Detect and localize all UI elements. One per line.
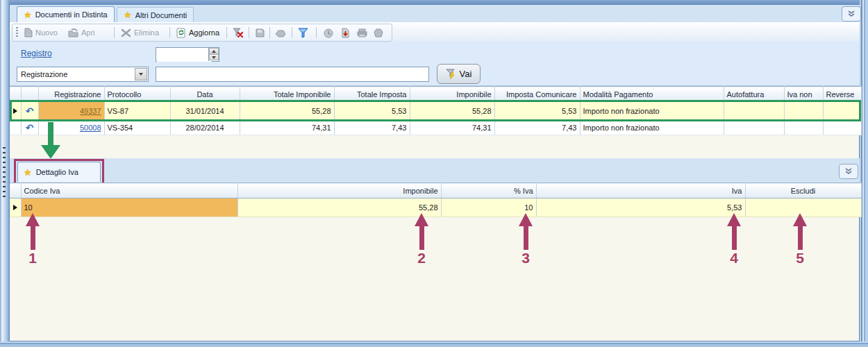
registrazione-link[interactable]: 50008 [80,124,101,132]
clock-button[interactable] [322,27,335,39]
column-header[interactable]: Iva [536,183,745,198]
column-header[interactable]: % Iva [441,183,536,198]
totale-imponibile-cell[interactable]: 74,31 [240,121,334,135]
totale-imposta-cell[interactable]: 7,43 [334,121,410,135]
reverse-cell[interactable] [823,121,861,135]
iva-non-cell[interactable] [784,121,823,135]
column-header[interactable]: Totale Imposta [334,87,410,102]
row-indicator-header[interactable] [10,183,21,198]
apri-button[interactable]: Apri [65,26,98,40]
spinner-up-icon[interactable] [209,48,219,54]
modalita-pagamento-cell[interactable]: Importo non frazionato [580,102,724,121]
star-icon: ★ [24,10,32,19]
column-header[interactable]: Iva non [784,87,823,102]
column-header[interactable]: Reverse [823,87,861,102]
annotation-arrow-2 [412,213,431,250]
imposta-comunicare-cell[interactable]: 7,43 [494,121,580,135]
delete-x-icon [121,28,131,37]
nuovo-button[interactable]: Nuovo [21,26,60,40]
posted-column-header[interactable] [21,87,38,102]
registro-spinner-input[interactable] [157,49,211,62]
remove-filter-button[interactable] [232,27,244,39]
column-header[interactable]: Data [170,87,240,102]
annotation-arrow-1 [24,213,42,250]
remove-filter-icon [233,28,244,38]
imposta-comunicare-cell[interactable]: 5,53 [494,102,580,121]
autofattura-cell[interactable] [724,121,784,135]
data-cell[interactable]: 31/01/2014 [170,102,240,121]
tab-altri-documenti[interactable]: ★ Altri Documenti [117,7,194,22]
imponibile-cell[interactable]: 74,31 [410,121,494,135]
column-header[interactable]: Registrazione [38,87,104,102]
toolbar-separator [292,27,292,38]
column-header[interactable]: Imponibile [237,183,441,198]
stamp-icon [374,28,383,38]
registrazione-link[interactable]: 49337 [80,107,101,115]
export-document-button[interactable] [339,27,351,39]
splitter-grip-icon[interactable] [3,147,6,200]
open-folder-icon [68,28,78,37]
column-header[interactable]: Protocollo [104,87,170,102]
tab-documenti-in-distinta[interactable]: ★ Documenti in Distinta [17,6,115,22]
toolbar-separator [114,27,115,38]
toolbar-grip-icon[interactable] [16,27,18,38]
search-mode-select[interactable]: Registrazione [17,67,149,82]
filter-icon [298,28,308,38]
imponibile-cell[interactable]: 55,28 [410,102,494,121]
collapse-panel-button[interactable] [842,6,861,22]
save-button[interactable] [253,27,266,39]
column-header[interactable]: Imposta Comunicare [494,87,580,102]
elimina-button[interactable]: Elimina [118,26,162,40]
chevron-double-down-icon [847,10,856,17]
protocollo-cell[interactable]: VS-354 [104,121,170,135]
autofattura-cell[interactable] [724,102,784,121]
totale-imponibile-cell[interactable]: 55,28 [240,102,334,121]
column-header[interactable]: Imponibile [410,87,494,102]
filter-button[interactable] [297,27,309,39]
iva-cell[interactable]: 5,53 [536,198,745,217]
reverse-cell[interactable] [823,102,861,121]
iva-non-cell[interactable] [784,102,823,121]
modalita-pagamento-cell[interactable]: Importo non frazionato [580,121,724,135]
column-header[interactable]: Autofattura [724,87,784,102]
registro-spinner[interactable] [156,47,219,62]
search-input[interactable] [158,69,428,81]
vai-button[interactable]: Vai [437,64,481,84]
imponibile-cell[interactable]: 55,28 [237,198,441,217]
posted-arrow-icon: ↶ [21,121,38,135]
toolbar-separator [169,27,170,38]
stamp-button[interactable] [372,27,385,39]
documents-grid: Registrazione Protocollo Data Totale Imp… [10,86,862,135]
column-header[interactable]: Escludi [745,183,861,198]
registro-link[interactable]: Registro [21,49,52,58]
table-row[interactable]: ↶ 49337 VS-87 31/01/2014 55,28 5,53 55,2… [10,102,861,121]
totale-imposta-cell[interactable]: 5,53 [334,102,410,121]
protocollo-cell[interactable]: VS-87 [104,102,170,121]
row-indicator-header[interactable] [10,87,21,102]
table-row[interactable]: ↶ 50008 VS-354 28/02/2014 74,31 7,43 74,… [10,121,861,135]
spinner-down-icon[interactable] [209,54,219,60]
nuovo-label: Nuovo [35,28,58,37]
tab-dettaglio-iva[interactable]: ★ Dettaglio Iva [17,162,101,182]
search-field[interactable] [156,67,429,82]
codice-iva-cell[interactable]: 10 [21,198,237,217]
posted-arrow-icon: ↶ [21,102,38,121]
aggiorna-button[interactable]: Aggiorna [174,26,222,40]
collapse-detail-button[interactable] [839,164,858,179]
column-header[interactable]: Totale Imponibile [240,87,334,102]
column-header[interactable]: Modalità Pagamento [580,87,724,102]
eraser-button[interactable] [274,27,287,39]
top-tab-strip: ★ Documenti in Distinta ★ Altri Document… [10,5,860,22]
toolbar-separator [226,27,227,38]
aggiorna-label: Aggiorna [189,28,219,37]
print-button[interactable] [356,27,368,39]
data-cell[interactable]: 28/02/2014 [170,121,240,135]
eraser-icon [275,29,286,37]
print-icon [357,28,367,37]
registrazione-cell[interactable]: 49337 [38,102,104,121]
dropdown-arrow-icon[interactable] [135,68,147,81]
filter-panel: Registro Registrazione Vai [10,42,860,86]
elimina-label: Elimina [134,28,159,37]
left-splitter[interactable] [0,0,9,347]
column-header[interactable]: Codice Iva [21,183,237,198]
